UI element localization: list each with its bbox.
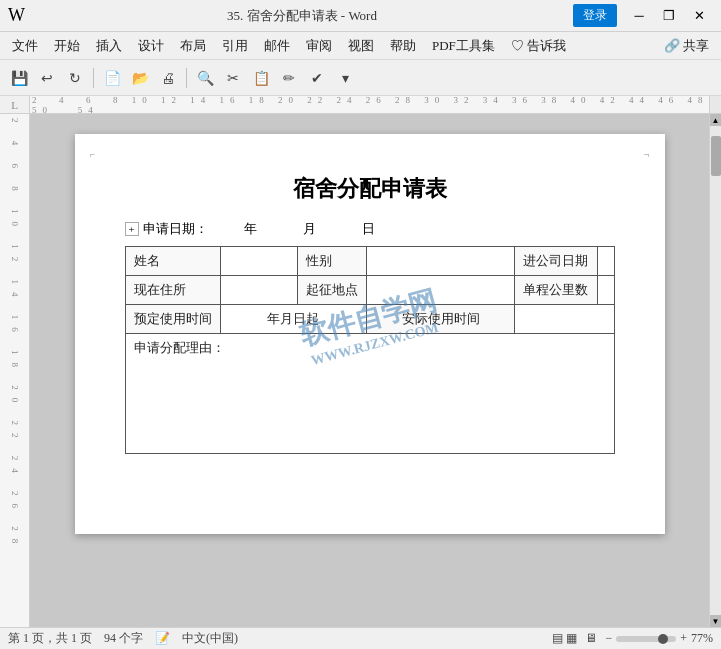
menu-pdf[interactable]: PDF工具集 (424, 33, 503, 59)
menu-bar: 文件 开始 插入 设计 布局 引用 邮件 审阅 视图 帮助 PDF工具集 ♡ 告… (0, 32, 721, 60)
ruler-numbers: 2 4 6 8 10 12 14 16 18 20 22 24 26 28 30… (30, 96, 709, 113)
ruler-row: L 2 4 6 8 10 12 14 16 18 20 22 24 26 28 … (0, 96, 721, 114)
name-value[interactable] (220, 247, 298, 276)
address-label: 现在住所 (125, 276, 220, 305)
reason-cell[interactable]: 申请分配理由： (125, 334, 614, 454)
horizontal-ruler: 2 4 6 8 10 12 14 16 18 20 22 24 26 28 30… (30, 96, 709, 113)
table-row-4: 申请分配理由： (125, 334, 614, 454)
document-page: ⌐ ¬ 软件自学网 WWW.RJZXW.COM 宿舍分配申请表 + 申请日期： … (75, 134, 665, 534)
gender-value[interactable] (367, 247, 515, 276)
menu-design[interactable]: 设计 (130, 33, 172, 59)
menu-mail[interactable]: 邮件 (256, 33, 298, 59)
document-meta: + 申请日期： 年 月 日 (125, 220, 615, 238)
join-date-value[interactable] (597, 247, 614, 276)
spell-check-icon: 📝 (155, 631, 170, 646)
ruler-corner: L (0, 96, 30, 113)
planned-time-label: 预定使用时间 (125, 305, 220, 334)
window-controls: ─ ❐ ✕ (625, 4, 713, 28)
meta-month: 月 (303, 220, 316, 238)
menu-layout[interactable]: 布局 (172, 33, 214, 59)
login-button[interactable]: 登录 (573, 4, 617, 27)
menu-references[interactable]: 引用 (214, 33, 256, 59)
search-button[interactable]: 🔍 (192, 65, 218, 91)
distance-label: 单程公里数 (515, 276, 597, 305)
menu-tell[interactable]: ♡ 告诉我 (503, 33, 574, 59)
menu-view[interactable]: 视图 (340, 33, 382, 59)
close-button[interactable]: ✕ (685, 4, 713, 28)
meta-year: 年 (244, 220, 257, 238)
ruler-unit-label: L (0, 96, 29, 113)
toolbar: 💾 ↩ ↻ 📄 📂 🖨 🔍 ✂ 📋 ✏ ✔ ▾ (0, 60, 721, 96)
zoom-slider[interactable] (616, 636, 676, 642)
meta-label: 申请日期： (143, 220, 208, 238)
table-row-1: 姓名 性别 进公司日期 (125, 247, 614, 276)
vertical-ruler: 2 4 6 8 10 12 14 16 18 20 22 24 26 28 (0, 114, 30, 627)
menu-help[interactable]: 帮助 (382, 33, 424, 59)
origin-value[interactable] (367, 276, 515, 305)
undo-button[interactable]: ↩ (34, 65, 60, 91)
status-right: ▤ ▦ 🖥 − + 77% (552, 631, 713, 646)
join-date-label: 进公司日期 (515, 247, 597, 276)
zoom-thumb (658, 634, 668, 644)
distance-value[interactable] (597, 276, 614, 305)
restore-button[interactable]: ❐ (655, 4, 683, 28)
zoom-level: 77% (691, 631, 713, 646)
status-bar: 第 1 页，共 1 页 94 个字 📝 中文(中国) ▤ ▦ 🖥 − + 77% (0, 627, 721, 649)
table-row-2: 现在住所 起征地点 单程公里数 (125, 276, 614, 305)
actual-time-value[interactable] (515, 305, 614, 334)
page-count: 第 1 页，共 1 页 (8, 630, 92, 647)
toolbar-separator-2 (186, 68, 187, 88)
scroll-up-button[interactable]: ▲ (710, 114, 722, 126)
view-web-icon: 🖥 (585, 631, 597, 646)
document-area[interactable]: ⌐ ¬ 软件自学网 WWW.RJZXW.COM 宿舍分配申请表 + 申请日期： … (30, 114, 709, 627)
name-label: 姓名 (125, 247, 220, 276)
char-count: 94 个字 (104, 630, 143, 647)
print-button[interactable]: 🖨 (155, 65, 181, 91)
cut-button[interactable]: ✂ (220, 65, 246, 91)
menu-insert[interactable]: 插入 (88, 33, 130, 59)
save-button[interactable]: 💾 (6, 65, 32, 91)
view-icons: ▤ ▦ (552, 631, 577, 646)
v-ruler-numbers: 2 4 6 8 10 12 14 16 18 20 22 24 26 28 (10, 118, 20, 551)
open-button[interactable]: 📂 (127, 65, 153, 91)
ruler-scrollbar-space (709, 96, 721, 113)
scroll-track[interactable] (710, 126, 721, 615)
zoom-bar: − + 77% (605, 631, 713, 646)
origin-label: 起征地点 (298, 276, 367, 305)
planned-time-value[interactable]: 年月日起 (220, 305, 367, 334)
scroll-thumb[interactable] (711, 136, 721, 176)
gender-label: 性别 (298, 247, 367, 276)
menu-review[interactable]: 审阅 (298, 33, 340, 59)
redo-button[interactable]: ↻ (62, 65, 88, 91)
reason-label: 申请分配理由： (134, 340, 225, 355)
menu-home[interactable]: 开始 (46, 33, 88, 59)
document-title: 宿舍分配申请表 (125, 174, 615, 204)
form-table: 姓名 性别 进公司日期 现在住所 起征地点 单程公里数 (125, 246, 615, 454)
vertical-scrollbar[interactable]: ▲ ▼ (709, 114, 721, 627)
more-button[interactable]: ▾ (332, 65, 358, 91)
actual-time-label: 安际使用时间 (367, 305, 515, 334)
check-button[interactable]: ✔ (304, 65, 330, 91)
paste-button[interactable]: 📋 (248, 65, 274, 91)
edit-button[interactable]: ✏ (276, 65, 302, 91)
menu-file[interactable]: 文件 (4, 33, 46, 59)
app-icon: W (8, 5, 25, 26)
corner-marker-tr: ¬ (644, 149, 650, 160)
page-wrapper: ⌐ ¬ 软件自学网 WWW.RJZXW.COM 宿舍分配申请表 + 申请日期： … (30, 114, 709, 554)
main-area: 2 4 6 8 10 12 14 16 18 20 22 24 26 28 ⌐ … (0, 114, 721, 627)
zoom-in-icon[interactable]: + (680, 631, 687, 646)
table-row-3: 预定使用时间 年月日起 安际使用时间 (125, 305, 614, 334)
language: 中文(中国) (182, 630, 238, 647)
meta-day: 日 (362, 220, 375, 238)
title-bar: W 35. 宿舍分配申请表 - Word 登录 ─ ❐ ✕ (0, 0, 721, 32)
menu-share[interactable]: 🔗 共享 (656, 33, 717, 59)
window-title: 35. 宿舍分配申请表 - Word (31, 7, 573, 25)
scroll-down-button[interactable]: ▼ (710, 615, 722, 627)
zoom-out-icon[interactable]: − (605, 631, 612, 646)
minimize-button[interactable]: ─ (625, 4, 653, 28)
meta-marker: + (125, 222, 139, 236)
new-button[interactable]: 📄 (99, 65, 125, 91)
corner-marker-tl: ⌐ (90, 149, 96, 160)
toolbar-separator (93, 68, 94, 88)
address-value[interactable] (220, 276, 298, 305)
